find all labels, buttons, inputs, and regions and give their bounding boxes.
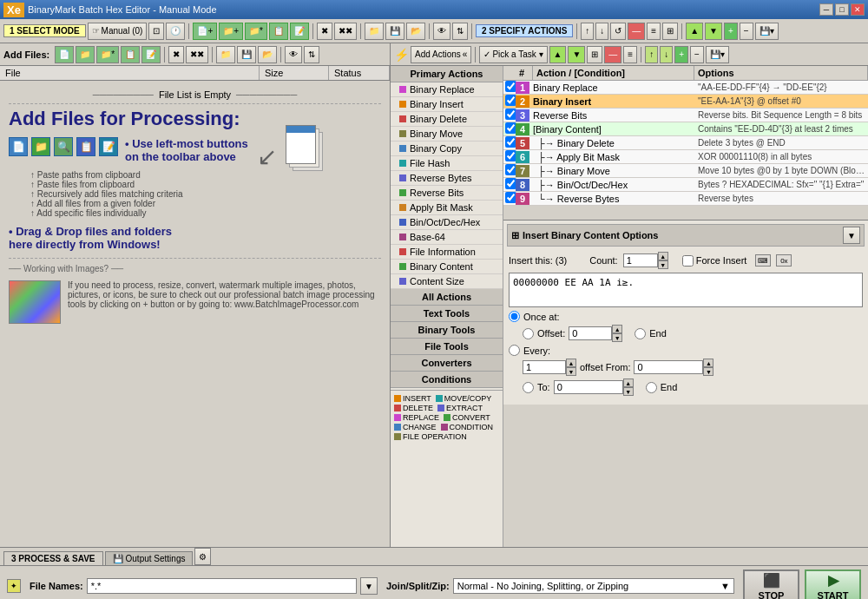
category-primary-actions[interactable]: Primary Actions (391, 66, 503, 82)
tab-output-settings[interactable]: 💾 Output Settings (105, 551, 194, 565)
category-file-tools[interactable]: File Tools (391, 339, 503, 355)
seq-save2-button[interactable]: 💾▾ (706, 46, 729, 63)
keyboard-icon[interactable]: ⌨ (755, 254, 771, 267)
add-paths-button[interactable]: 📝 (290, 23, 309, 40)
seq-save-button[interactable]: 💾▾ (755, 23, 779, 40)
action-binary-delete[interactable]: Binary Delete (391, 112, 503, 127)
seq-row-4[interactable]: 4 [Binary Content] Contains "EE-DD-4D"{3… (503, 122, 868, 136)
seq-align2-button[interactable]: ≡ (623, 46, 637, 63)
action-base64[interactable]: Base-64 (391, 230, 503, 245)
scheduler-button[interactable]: ⊡ (148, 23, 164, 40)
seq-minus2-button[interactable]: − (690, 46, 704, 63)
add-file-button[interactable]: 📄+ (193, 23, 217, 40)
manual-mode-button[interactable]: ☞ Manual (0) (88, 23, 148, 40)
view-button[interactable]: 👁 (433, 23, 450, 40)
seq-navup-button[interactable]: ↑ (645, 46, 658, 63)
left-view-button[interactable]: 👁 (285, 46, 302, 63)
seq-row-2[interactable]: 2 Binary Insert "EE-AA-1A"{3} @ offset #… (503, 95, 868, 109)
seq-down-button[interactable]: ▼ (705, 23, 722, 40)
left-sort-button[interactable]: ⇅ (304, 46, 319, 63)
seq-row-6[interactable]: 6 ├→ Apply Bit Mask XOR 00001110(8) in a… (503, 150, 868, 164)
action-binary-insert[interactable]: Binary Insert (391, 97, 503, 112)
icon-add4[interactable]: 📋 (76, 137, 95, 156)
step2-badge[interactable]: 2 SPECIFY ACTIONS (476, 24, 573, 37)
left-loadlist-button[interactable]: 📂 (258, 46, 277, 63)
action-binary-replace[interactable]: Binary Replace (391, 82, 503, 97)
category-converters[interactable]: Converters (391, 355, 503, 372)
count-input[interactable] (623, 253, 658, 267)
seq-remove-button[interactable]: — (628, 23, 645, 40)
offset-input[interactable] (569, 326, 612, 340)
action-reverse-bytes[interactable]: Reverse Bytes (391, 171, 503, 186)
category-text-tools[interactable]: Text Tools (391, 306, 503, 322)
action-binary-content[interactable]: Binary Content (391, 260, 503, 274)
add-recursive-button[interactable]: 📁* (245, 23, 267, 40)
settings-gear-button[interactable]: ⚙ (194, 548, 211, 565)
nav-up-button[interactable]: ↑ (581, 23, 594, 40)
left-savelist-button[interactable]: 💾 (237, 46, 256, 63)
offset-from-input[interactable] (634, 360, 703, 374)
category-binary-tools[interactable]: Binary Tools (391, 322, 503, 339)
action-file-information[interactable]: File Information (391, 245, 503, 260)
to-input[interactable] (554, 380, 623, 394)
every-down-btn[interactable]: ▼ (566, 367, 576, 376)
to-end-radio[interactable] (646, 382, 657, 393)
seq-align-button[interactable]: ≡ (647, 23, 661, 40)
icon-add3[interactable]: 🔍 (54, 137, 73, 156)
close-button[interactable]: ✕ (851, 3, 865, 16)
offset-from-dn[interactable]: ▼ (703, 367, 713, 376)
to-radio[interactable] (523, 382, 534, 393)
end-radio[interactable] (635, 328, 646, 339)
seq-row-3[interactable]: 3 Reverse Bits Reverse bits. Bit Sequenc… (503, 109, 868, 122)
add-clipboard-button[interactable]: 📋 (269, 23, 288, 40)
clock-button[interactable]: 🕐 (166, 23, 185, 40)
action-binary-copy[interactable]: Binary Copy (391, 142, 503, 156)
file-names-input[interactable] (87, 578, 357, 594)
icon-add1[interactable]: 📄 (9, 137, 28, 156)
join-split-combo[interactable]: Normal - No Joining, Splitting, or Zippi… (453, 578, 734, 594)
to-end-option[interactable]: End (646, 382, 678, 393)
save-list-button[interactable]: 💾 (385, 23, 404, 40)
offset-from-up[interactable]: ▲ (703, 359, 713, 367)
add-actions-button[interactable]: Add Actions « (411, 46, 471, 63)
seq-down2-button[interactable]: ▼ (568, 46, 585, 63)
icon-add2[interactable]: 📁 (31, 137, 50, 156)
once-at-option[interactable]: Once at: (509, 311, 863, 322)
seq-split-button[interactable]: ⊞ (662, 23, 678, 40)
every-up-btn[interactable]: ▲ (566, 359, 576, 367)
action-bin-oct-dec-hex[interactable]: Bin/Oct/Dec/Hex (391, 215, 503, 230)
add-file-indiv-button[interactable]: 📄 (55, 46, 74, 63)
offset-radio[interactable] (523, 328, 534, 339)
seq-minus-button[interactable]: − (740, 23, 753, 40)
seq-navdn-button[interactable]: ↓ (660, 46, 673, 63)
seq-refresh-button[interactable]: ↺ (610, 23, 626, 40)
count-down-btn[interactable]: ▼ (658, 260, 668, 269)
add-folder-indiv-button[interactable]: 📁 (76, 46, 95, 63)
file-names-dropdown[interactable]: ▼ (360, 577, 378, 595)
left-removeall-button[interactable]: ✖✖ (186, 46, 208, 63)
icon-add5[interactable]: 📝 (99, 137, 118, 156)
to-up-btn[interactable]: ▲ (623, 378, 634, 387)
remove-all-button[interactable]: ✖✖ (334, 23, 357, 40)
seq-row-5[interactable]: 5 ├→ Binary Delete Delete 3 bytes @ END (503, 136, 868, 150)
left-remove-button[interactable]: ✖ (168, 46, 184, 63)
category-conditions[interactable]: Conditions (391, 372, 503, 388)
seq-plus-button[interactable]: + (724, 23, 738, 40)
to-down-btn[interactable]: ▼ (623, 387, 634, 396)
category-all-actions[interactable]: All Actions (391, 289, 503, 306)
seq-row-1[interactable]: 1 Binary Replace "AA-EE-DD-FF"{4} → "DD-… (503, 81, 868, 95)
action-file-hash[interactable]: File Hash (391, 156, 503, 171)
add-recurse-button[interactable]: 📁* (96, 46, 119, 63)
offset-down-btn[interactable]: ▼ (612, 333, 622, 342)
end-option[interactable]: End (635, 328, 667, 339)
step1-badge[interactable]: 1 SELECT MODE (3, 24, 86, 37)
count-up-btn[interactable]: ▲ (658, 252, 668, 260)
seq-plus2-button[interactable]: + (674, 46, 688, 63)
every-option[interactable]: Every: (509, 345, 863, 356)
offset-up-btn[interactable]: ▲ (612, 325, 622, 333)
action-reverse-bits[interactable]: Reverse Bits (391, 186, 503, 201)
every-radio[interactable] (509, 345, 520, 356)
load-list-button[interactable]: 📂 (406, 23, 425, 40)
detail-expand-btn[interactable]: ▼ (843, 227, 860, 244)
seq-row-7[interactable]: 7 ├→ Binary Move Move 10 bytes @0 by 1 b… (503, 164, 868, 178)
